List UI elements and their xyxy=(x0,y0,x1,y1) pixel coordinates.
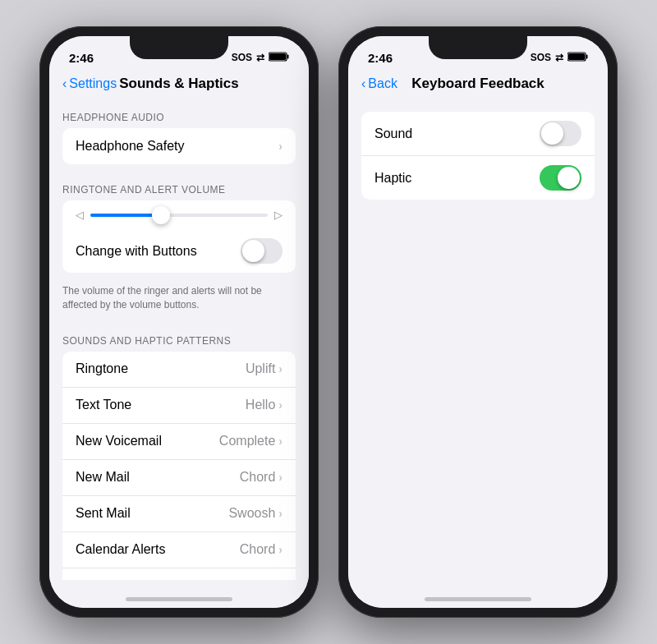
home-indicator-right xyxy=(425,597,531,601)
svg-rect-2 xyxy=(269,53,286,60)
ringtone-value: Uplift xyxy=(246,361,275,376)
sent-mail-row[interactable]: Sent Mail Swoosh › xyxy=(62,496,296,532)
left-home-bar xyxy=(49,580,309,608)
right-phone-screen: 2:46 SOS ⇄ ‹ Back Keyboard Feedback xyxy=(348,36,608,608)
wifi-icon-right: ⇄ xyxy=(555,52,563,63)
left-content[interactable]: HEADPHONE AUDIO Headphone Safety › RINGT… xyxy=(49,99,309,580)
haptic-label: Haptic xyxy=(374,171,540,186)
haptic-knob xyxy=(558,167,580,189)
svg-rect-5 xyxy=(568,53,585,60)
nav-bar-left: ‹ Settings Sounds & Haptics xyxy=(49,72,309,99)
volume-card: ◁ ▷ Change with Buttons xyxy=(62,200,296,273)
new-mail-value: Chord xyxy=(240,470,276,485)
calendar-alerts-chevron: › xyxy=(278,543,283,556)
text-tone-chevron: › xyxy=(278,398,283,412)
change-with-buttons-label: Change with Buttons xyxy=(76,244,241,259)
sound-toggle[interactable] xyxy=(540,121,581,146)
right-content[interactable]: Sound Haptic xyxy=(348,99,608,580)
sound-row[interactable]: Sound xyxy=(361,112,595,156)
text-tone-row[interactable]: Text Tone Hello › xyxy=(62,388,296,424)
ringtone-chevron: › xyxy=(278,362,283,375)
text-tone-label: Text Tone xyxy=(76,398,246,412)
calendar-alerts-value: Chord xyxy=(240,542,276,557)
headphone-safety-chevron: › xyxy=(278,140,283,153)
change-with-buttons-row[interactable]: Change with Buttons xyxy=(62,229,296,273)
change-with-buttons-knob xyxy=(242,240,264,262)
notch xyxy=(130,36,228,59)
home-indicator-left xyxy=(126,597,232,601)
carrier-icon-right: SOS xyxy=(531,52,551,63)
section-sounds-label: SOUNDS AND HAPTIC PATTERNS xyxy=(49,322,309,352)
page-title-right: Keyboard Feedback xyxy=(411,76,544,92)
reminder-alerts-row[interactable]: Reminder Alerts Chord › xyxy=(62,568,296,580)
sound-label: Sound xyxy=(374,126,540,141)
volume-slider-row[interactable]: ◁ ▷ xyxy=(62,200,296,229)
svg-rect-1 xyxy=(287,54,289,58)
volume-high-icon: ▷ xyxy=(274,209,283,221)
battery-icon-left xyxy=(269,52,289,64)
back-button-right[interactable]: ‹ Back xyxy=(361,76,397,91)
right-phone: 2:46 SOS ⇄ ‹ Back Keyboard Feedback xyxy=(338,26,618,618)
volume-slider-thumb[interactable] xyxy=(152,206,170,224)
text-tone-value: Hello xyxy=(246,398,275,412)
new-mail-row[interactable]: New Mail Chord › xyxy=(62,460,296,496)
volume-note: The volume of the ringer and alerts will… xyxy=(49,279,309,322)
new-mail-label: New Mail xyxy=(76,470,240,485)
notch-right xyxy=(429,36,527,59)
back-label-right: Back xyxy=(368,76,397,91)
section-headphone-label: HEADPHONE AUDIO xyxy=(49,99,309,128)
section-volume-label: RINGTONE AND ALERT VOLUME xyxy=(49,171,309,200)
new-mail-chevron: › xyxy=(278,471,283,484)
volume-slider-fill xyxy=(90,214,161,217)
calendar-alerts-label: Calendar Alerts xyxy=(76,542,240,557)
back-label: Settings xyxy=(69,76,117,91)
haptic-row[interactable]: Haptic xyxy=(361,156,595,200)
left-phone-screen: 2:46 SOS ⇄ ‹ Settings Sounds & Haptics xyxy=(49,36,309,608)
back-arrow-icon-right: ‹ xyxy=(361,76,365,91)
ringtone-label: Ringtone xyxy=(76,361,246,376)
page-title-left: Sounds & Haptics xyxy=(119,76,238,92)
new-voicemail-row[interactable]: New Voicemail Complete › xyxy=(62,424,296,460)
right-home-bar xyxy=(348,580,608,608)
haptic-toggle[interactable] xyxy=(540,165,581,191)
sound-knob xyxy=(541,122,563,145)
back-arrow-icon: ‹ xyxy=(62,76,67,91)
sounds-patterns-card: Ringtone Uplift › Text Tone Hello › New … xyxy=(62,352,296,580)
battery-icon-right xyxy=(567,52,588,64)
volume-slider-track[interactable] xyxy=(90,214,268,217)
left-phone: 2:46 SOS ⇄ ‹ Settings Sounds & Haptics xyxy=(39,26,319,618)
nav-bar-right: ‹ Back Keyboard Feedback xyxy=(348,72,608,99)
keyboard-feedback-settings-card: Sound Haptic xyxy=(361,112,595,200)
new-voicemail-chevron: › xyxy=(278,435,283,448)
status-icons-left: SOS ⇄ xyxy=(232,52,289,64)
status-time-right: 2:46 xyxy=(368,51,393,65)
headphone-safety-label: Headphone Safety xyxy=(76,139,278,154)
status-time-left: 2:46 xyxy=(69,51,94,65)
wifi-icon-left: ⇄ xyxy=(256,52,264,63)
calendar-alerts-row[interactable]: Calendar Alerts Chord › xyxy=(62,532,296,568)
sent-mail-label: Sent Mail xyxy=(76,506,228,521)
new-voicemail-label: New Voicemail xyxy=(76,434,219,448)
change-with-buttons-toggle[interactable] xyxy=(241,238,283,264)
svg-rect-4 xyxy=(586,54,588,58)
headphone-audio-card: Headphone Safety › xyxy=(62,128,296,164)
ringtone-row[interactable]: Ringtone Uplift › xyxy=(62,352,296,388)
status-icons-right: SOS ⇄ xyxy=(531,52,588,64)
new-voicemail-value: Complete xyxy=(219,434,275,448)
settings-back-button[interactable]: ‹ Settings xyxy=(62,76,117,91)
headphone-safety-row[interactable]: Headphone Safety › xyxy=(62,128,296,164)
volume-low-icon: ◁ xyxy=(76,209,84,221)
sent-mail-chevron: › xyxy=(278,507,283,520)
sent-mail-value: Swoosh xyxy=(228,506,275,521)
carrier-icon-left: SOS xyxy=(232,52,252,63)
